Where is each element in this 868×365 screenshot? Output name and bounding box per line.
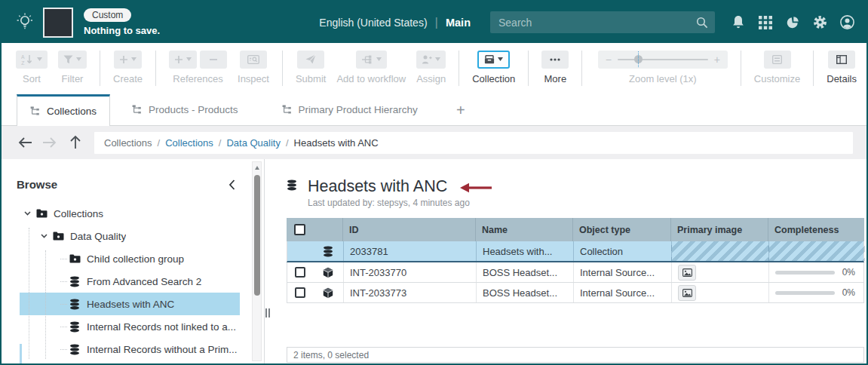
toolbar-collection[interactable]: Collection: [472, 50, 515, 84]
table-header-row: IDNameObject typePrimary imageCompletene…: [287, 218, 864, 241]
zoom-in-icon: +: [714, 56, 720, 63]
annotation-arrow-icon: [459, 182, 492, 193]
tree-item-data-quality[interactable]: Data Quality: [20, 225, 240, 247]
tab-products-products[interactable]: Products - Products: [119, 94, 251, 125]
column-header-completeness[interactable]: Completeness: [768, 218, 864, 241]
table-row[interactable]: 2033781Headsets with...Collection: [287, 241, 864, 262]
dropdown-caret-icon: [37, 57, 42, 61]
cell-primary-image: [671, 262, 768, 282]
back-arrow-icon[interactable]: [17, 136, 34, 149]
cell-completeness: 0%: [768, 262, 865, 282]
context-label[interactable]: Main: [446, 17, 471, 29]
column-header-id[interactable]: ID: [342, 218, 475, 241]
tree-item-headsets-with-anc[interactable]: Headsets with ANC: [20, 293, 240, 315]
cube-icon: [323, 266, 334, 278]
cell-name: Headsets with...: [476, 241, 573, 261]
scrollbar-thumb[interactable]: [254, 175, 260, 296]
tree-expander-icon[interactable]: [41, 234, 53, 238]
tree-expander-icon[interactable]: [24, 211, 36, 216]
collection-button[interactable]: [477, 51, 510, 69]
column-header-object-type[interactable]: Object type: [572, 218, 670, 241]
user-avatar-icon[interactable]: [839, 15, 854, 30]
row-checkbox-cell: [287, 283, 313, 302]
more-button[interactable]: [541, 51, 569, 69]
column-header-primary-image[interactable]: Primary image: [670, 218, 768, 241]
toolbar-label: References: [173, 73, 222, 84]
table-row[interactable]: INT-2033770BOSS Headset...Internal Sourc…: [287, 262, 864, 283]
collapse-panel-icon[interactable]: [229, 179, 235, 190]
completeness-bar: [775, 291, 835, 295]
tree-item-from-advanced-search-2[interactable]: From Advanced Search 2: [20, 270, 240, 293]
toolbar-label: Assign: [416, 73, 446, 84]
dropdown-caret-icon: [376, 57, 382, 61]
zoom-slider: −+: [598, 51, 728, 69]
breadcrumb: Collections/Collections/Data Quality/Hea…: [94, 132, 853, 154]
search-icon[interactable]: [696, 17, 708, 29]
items-table: IDNameObject typePrimary imageCompletene…: [287, 218, 864, 303]
column-header-name[interactable]: Name: [475, 218, 572, 241]
apps-grid-icon[interactable]: [758, 15, 773, 30]
image-thumbnail[interactable]: [678, 265, 696, 281]
breadcrumb-item[interactable]: Collections: [165, 137, 213, 149]
tree-item-label: Internal Records not linked to a...: [87, 321, 236, 333]
tab-collections[interactable]: Collections: [17, 94, 110, 126]
lightbulb-icon[interactable]: [15, 12, 36, 33]
browse-panel: Browse CollectionsData QualityChild coll…: [2, 159, 264, 363]
tree-item-internal-records-without-a-prim[interactable]: Internal Records without a Prim...: [20, 338, 240, 360]
toolbar-label: Collection: [472, 73, 515, 84]
main-panel: Headsets with ANC Last updated by: steps…: [271, 159, 866, 363]
bell-icon[interactable]: [731, 15, 746, 30]
cell-object-type: Internal Source...: [573, 283, 671, 302]
collection-tree: CollectionsData QualityChild collection …: [2, 202, 264, 360]
tree-item-label: Child collection group: [87, 253, 184, 265]
tab-primary-product-hierarchy[interactable]: Primary Product Hierarchy: [269, 94, 431, 125]
breadcrumb-item[interactable]: Data Quality: [226, 137, 281, 149]
search-input[interactable]: [497, 16, 696, 29]
toolbar-details[interactable]: Details: [827, 50, 857, 84]
toolbar-inspect: Inspect: [238, 50, 269, 84]
gear-icon[interactable]: [812, 15, 827, 30]
save-status-block: Custom Nothing to save.: [84, 8, 160, 36]
tree-item-label: Collections: [54, 208, 103, 219]
tree-item-internal-records-not-linked-to-a[interactable]: Internal Records not linked to a...: [20, 315, 240, 338]
pie-chart-icon[interactable]: [785, 15, 800, 30]
add-tab-button[interactable]: +: [450, 103, 471, 118]
submit-button: [297, 51, 324, 69]
row-type-icon-cell: [313, 283, 343, 302]
folder-icon: [53, 231, 64, 242]
global-search[interactable]: [490, 11, 715, 33]
top-bar: Custom Nothing to save. English (United …: [2, 2, 866, 43]
toolbar-divider: [741, 51, 741, 86]
row-type-icon-cell: [313, 262, 343, 282]
toolbar-customize: Customize: [754, 50, 800, 84]
dropdown-caret-icon: [435, 57, 440, 61]
toolbar-more[interactable]: More: [541, 50, 569, 84]
row-checkbox[interactable]: [295, 267, 305, 278]
tree-item-child-collection-group[interactable]: Child collection group: [20, 247, 240, 270]
tree-item-collections[interactable]: Collections: [20, 202, 240, 225]
assign-button: [416, 51, 446, 69]
tree-guide: [60, 259, 67, 259]
cell-id: INT-2033770: [343, 262, 476, 282]
tree-item-label: Data Quality: [70, 231, 126, 242]
details-button[interactable]: [828, 51, 855, 69]
row-checkbox[interactable]: [295, 287, 305, 298]
references-button: [169, 51, 197, 69]
table-row[interactable]: INT-2033773BOSS Headset...Internal Sourc…: [287, 283, 864, 303]
toolbar-add-to-workflow: Add to workflow: [336, 50, 406, 84]
locale-label[interactable]: English (United States): [319, 17, 427, 29]
toolbar-label: Inspect: [238, 73, 269, 84]
scrollbar-up-arrow[interactable]: [255, 166, 259, 170]
cell-id: INT-2033773: [343, 283, 476, 302]
table-body: 2033781Headsets with...CollectionINT-203…: [287, 241, 864, 303]
last-updated-text: Last updated by: stepsys, 4 minutes ago: [308, 198, 866, 208]
zoom-slider-track: [618, 59, 708, 60]
panel-resize-handle[interactable]: [265, 308, 270, 317]
up-arrow-icon[interactable]: [67, 136, 84, 149]
image-thumbnail[interactable]: [678, 285, 696, 301]
tree-item-label: From Advanced Search 2: [87, 276, 201, 287]
select-all-checkbox[interactable]: [294, 224, 305, 235]
custom-badge: Custom: [84, 8, 131, 22]
toolbar-label: Submit: [296, 73, 326, 84]
sidebar-scrollbar[interactable]: [252, 161, 262, 361]
